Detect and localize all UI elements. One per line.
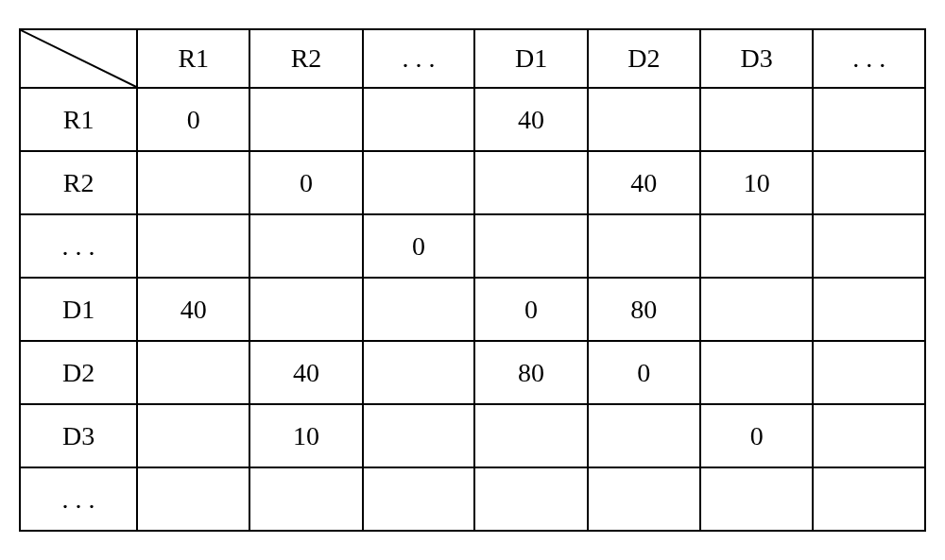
cell: 0 (137, 88, 249, 151)
row-header-d2: D2 (20, 341, 137, 404)
table-row: . . . 0 (20, 214, 925, 278)
col-header-d3: D3 (700, 29, 813, 88)
cell (700, 278, 813, 341)
cell (474, 151, 587, 214)
cell (588, 404, 700, 467)
table-row: D3 10 0 (20, 404, 925, 467)
cell: 0 (474, 278, 587, 341)
cell (249, 467, 362, 531)
cell (700, 88, 813, 151)
data-matrix-table: R1 R2 . . . D1 D2 D3 . . . R1 0 40 R2 0 … (19, 28, 926, 532)
svg-line-0 (21, 30, 136, 87)
col-header-r1: R1 (137, 29, 249, 88)
cell: 0 (249, 151, 362, 214)
cell: 0 (363, 214, 475, 278)
cell (813, 341, 925, 404)
cell (813, 88, 925, 151)
cell (249, 278, 362, 341)
cell (700, 341, 813, 404)
cell (700, 214, 813, 278)
cell: 40 (249, 341, 362, 404)
cell (474, 467, 587, 531)
row-header-d3: D3 (20, 404, 137, 467)
cell (588, 88, 700, 151)
header-row: R1 R2 . . . D1 D2 D3 . . . (20, 29, 925, 88)
cell (363, 404, 475, 467)
col-header-ellipsis: . . . (363, 29, 475, 88)
diagonal-header-cell (20, 29, 137, 88)
cell (363, 341, 475, 404)
cell (813, 151, 925, 214)
cell (363, 467, 475, 531)
cell (363, 278, 475, 341)
row-header-ellipsis-2: . . . (20, 467, 137, 531)
cell: 40 (474, 88, 587, 151)
cell: 0 (700, 404, 813, 467)
cell (137, 467, 249, 531)
cell (249, 214, 362, 278)
cell: 80 (474, 341, 587, 404)
col-header-d2: D2 (588, 29, 700, 88)
diagonal-line-icon (21, 30, 136, 87)
cell (137, 214, 249, 278)
row-header-r2: R2 (20, 151, 137, 214)
cell (137, 341, 249, 404)
cell (813, 214, 925, 278)
cell: 80 (588, 278, 700, 341)
cell (137, 151, 249, 214)
row-header-d1: D1 (20, 278, 137, 341)
cell (474, 214, 587, 278)
cell (363, 88, 475, 151)
cell (700, 467, 813, 531)
cell: 10 (249, 404, 362, 467)
cell: 0 (588, 341, 700, 404)
row-header-r1: R1 (20, 88, 137, 151)
cell (813, 467, 925, 531)
col-header-d1: D1 (474, 29, 587, 88)
table-row: R2 0 40 10 (20, 151, 925, 214)
cell: 40 (137, 278, 249, 341)
cell (813, 278, 925, 341)
table-row: D2 40 80 0 (20, 341, 925, 404)
table-row: D1 40 0 80 (20, 278, 925, 341)
row-header-ellipsis: . . . (20, 214, 137, 278)
cell (474, 404, 587, 467)
cell (249, 88, 362, 151)
cell: 40 (588, 151, 700, 214)
cell (813, 404, 925, 467)
table-row: . . . (20, 467, 925, 531)
cell (137, 404, 249, 467)
cell (588, 467, 700, 531)
cell: 10 (700, 151, 813, 214)
cell (363, 151, 475, 214)
col-header-ellipsis-2: . . . (813, 29, 925, 88)
table-row: R1 0 40 (20, 88, 925, 151)
col-header-r2: R2 (249, 29, 362, 88)
cell (588, 214, 700, 278)
